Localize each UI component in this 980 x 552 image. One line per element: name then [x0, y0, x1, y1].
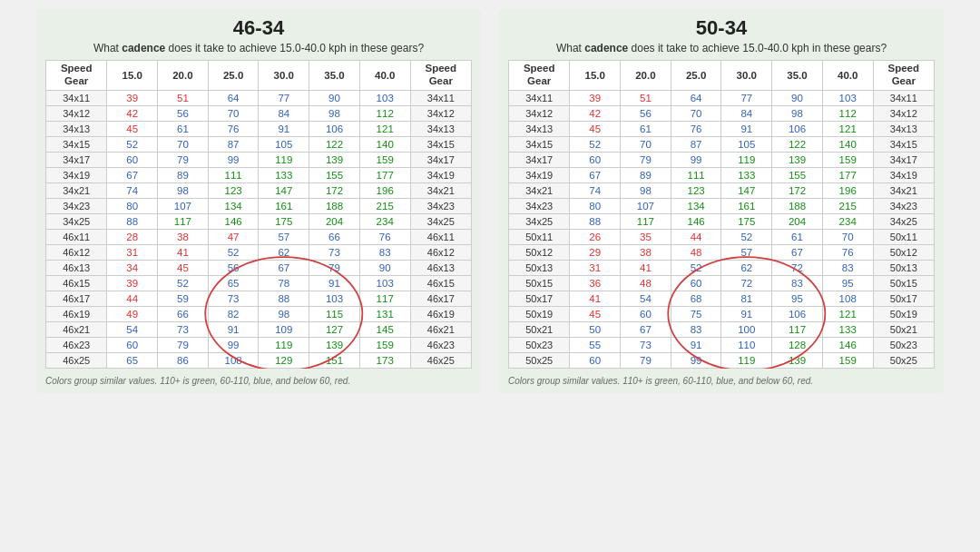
gear-label-right: 34x21 [410, 182, 471, 198]
cell-r17-c1: 79 [621, 352, 671, 368]
table-row: 34x12425670849811234x12 [46, 105, 472, 121]
cell-r8-c5: 234 [359, 213, 410, 229]
cell-r6-c5: 196 [822, 182, 873, 198]
cell-r13-c2: 73 [208, 291, 259, 306]
cell-r14-c4: 106 [772, 306, 823, 321]
gear-table-0: SpeedGear15.020.025.030.035.040.0SpeedGe… [45, 60, 472, 369]
cell-r13-c4: 103 [309, 291, 360, 306]
cell-r15-c1: 67 [621, 321, 671, 337]
cell-r7-c5: 215 [822, 198, 873, 213]
cell-r11-c0: 34 [107, 260, 158, 275]
cell-r8-c3: 175 [259, 213, 309, 229]
cell-r11-c5: 83 [822, 260, 873, 275]
cell-r2-c3: 91 [721, 121, 772, 136]
cell-r12-c2: 65 [208, 275, 259, 291]
cell-r10-c5: 76 [822, 244, 873, 260]
cell-r12-c3: 78 [259, 275, 309, 291]
cell-r14-c2: 82 [208, 306, 259, 321]
cell-r6-c5: 196 [359, 182, 410, 198]
cell-r12-c4: 91 [309, 275, 360, 291]
table-row: 50x1126354452617050x11 [509, 229, 935, 244]
cell-r6-c2: 123 [671, 182, 721, 198]
cell-r3-c2: 87 [671, 136, 721, 152]
cell-r9-c5: 76 [359, 229, 410, 244]
cell-r2-c3: 91 [259, 121, 309, 136]
gear-label-left: 46x23 [46, 337, 107, 352]
cell-r0-c1: 51 [621, 90, 671, 105]
cell-r13-c3: 81 [721, 291, 772, 306]
gear-label-right: 46x13 [410, 260, 471, 275]
cell-r15-c0: 54 [107, 321, 158, 337]
cell-r4-c2: 99 [671, 152, 721, 167]
cell-r10-c4: 73 [309, 244, 360, 260]
cell-r4-c2: 99 [208, 152, 259, 167]
section-subtitle-0: What cadence does it take to achieve 15.… [45, 42, 472, 54]
cell-r7-c3: 161 [721, 198, 772, 213]
gear-label-left: 34x15 [509, 136, 570, 152]
gear-label-right: 34x15 [873, 136, 934, 152]
gear-label-left: 50x19 [509, 306, 570, 321]
cell-r15-c2: 83 [671, 321, 721, 337]
cell-r9-c4: 66 [309, 229, 360, 244]
cell-r11-c5: 90 [359, 260, 410, 275]
cell-r7-c4: 188 [772, 198, 823, 213]
cell-r12-c1: 52 [158, 275, 209, 291]
cell-r11-c4: 72 [772, 260, 823, 275]
cell-r13-c0: 41 [570, 291, 621, 306]
main-container: 46-34What cadence does it take to achiev… [36, 9, 944, 393]
cell-r16-c3: 119 [259, 337, 309, 352]
gear-label-right: 46x21 [410, 321, 471, 337]
cell-r0-c5: 103 [822, 90, 873, 105]
cell-r14-c2: 75 [671, 306, 721, 321]
cell-r0-c5: 103 [359, 90, 410, 105]
table-row: 46x1128384757667646x11 [46, 229, 472, 244]
cell-r5-c2: 111 [671, 167, 721, 182]
cell-r5-c0: 67 [570, 167, 621, 182]
gear-label-left: 34x12 [509, 105, 570, 121]
cell-r9-c5: 70 [822, 229, 873, 244]
table-row: 46x1231415262738346x12 [46, 244, 472, 260]
gear-label-right: 34x25 [873, 213, 934, 229]
cell-r15-c3: 109 [259, 321, 309, 337]
cell-r9-c2: 47 [208, 229, 259, 244]
cell-r11-c4: 79 [309, 260, 360, 275]
table-row: 50x1331415262728350x13 [509, 260, 935, 275]
cell-r8-c5: 234 [822, 213, 873, 229]
gear-label-right: 34x11 [873, 90, 934, 105]
cell-r16-c4: 139 [309, 337, 360, 352]
gear-label-right: 34x17 [410, 152, 471, 167]
cell-r10-c2: 48 [671, 244, 721, 260]
cell-r8-c0: 88 [107, 213, 158, 229]
cell-r14-c0: 49 [107, 306, 158, 321]
cell-r4-c0: 60 [570, 152, 621, 167]
cell-r3-c1: 70 [158, 136, 209, 152]
gear-label-left: 50x11 [509, 229, 570, 244]
gear-label-right: 34x23 [410, 198, 471, 213]
table-row: 34x11395164779010334x11 [46, 90, 472, 105]
cell-r9-c4: 61 [772, 229, 823, 244]
gear-label-left: 50x13 [509, 260, 570, 275]
cell-r6-c1: 98 [158, 182, 209, 198]
cell-r12-c5: 95 [822, 275, 873, 291]
cell-r16-c4: 128 [772, 337, 823, 352]
cell-r2-c2: 76 [208, 121, 259, 136]
table-row: 34x19678911113315517734x19 [46, 167, 472, 182]
table-row: 50x194560759110612150x19 [509, 306, 935, 321]
cell-r11-c3: 67 [259, 260, 309, 275]
cell-r17-c4: 151 [309, 352, 360, 368]
cell-r13-c1: 59 [158, 291, 209, 306]
cell-r3-c1: 70 [621, 136, 671, 152]
cell-r4-c4: 139 [309, 152, 360, 167]
cell-r16-c0: 60 [107, 337, 158, 352]
table-row: 34x11395164779010334x11 [509, 90, 935, 105]
gear-label-left: 46x15 [46, 275, 107, 291]
cell-r17-c3: 119 [721, 352, 772, 368]
cell-r11-c2: 56 [208, 260, 259, 275]
table-row: 34x1552708710512214034x15 [509, 136, 935, 152]
header-speed-gear-left: SpeedGear [509, 61, 570, 91]
cell-r3-c3: 105 [259, 136, 309, 152]
cell-r15-c4: 127 [309, 321, 360, 337]
cell-r4-c1: 79 [158, 152, 209, 167]
gear-label-right: 50x15 [873, 275, 934, 291]
cell-r16-c0: 55 [570, 337, 621, 352]
